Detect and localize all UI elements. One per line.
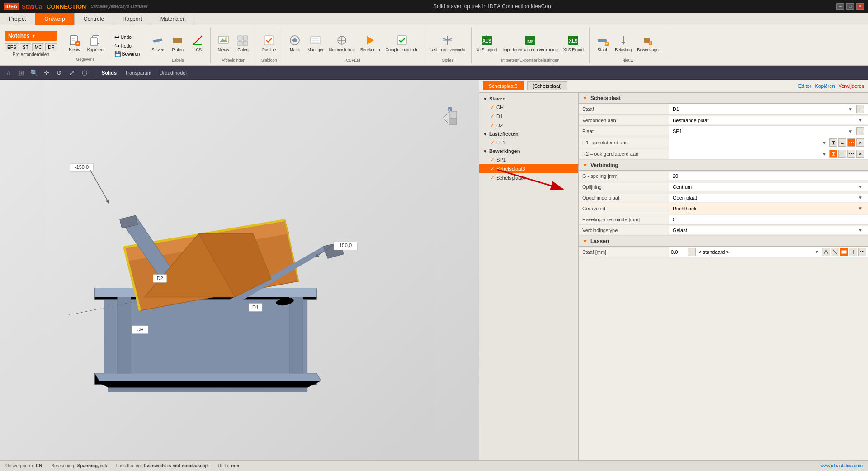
bewaren-button[interactable]: 💾 Bewaren	[113, 50, 141, 57]
shortcut-dr[interactable]: DR	[45, 43, 57, 51]
maak-button[interactable]: Maak	[286, 32, 304, 53]
r2-icon-2[interactable]: ≡	[838, 150, 846, 158]
raveling-vrije-ruimte-value[interactable]	[669, 215, 868, 224]
verbonden-dropdown-icon[interactable]: ▼	[856, 118, 864, 123]
plaat-icon-1[interactable]: ⋯	[856, 127, 864, 135]
view-transparant[interactable]: Transparant	[122, 70, 154, 76]
menu-tab-ontwerp[interactable]: Ontwerp	[35, 13, 74, 25]
raveling-vrije-ruimte-input[interactable]	[673, 217, 691, 222]
weld-icon-2[interactable]	[831, 248, 839, 256]
importeren-verbinding-button[interactable]: IMP Importeren van een verbinding	[501, 32, 560, 53]
r2-icon-1[interactable]: ⊞	[829, 150, 837, 158]
verbindingstype-value[interactable]: Gelast ▼	[669, 226, 868, 234]
tree-section-bewerkingen[interactable]: ▼ Bewerkingen	[479, 147, 578, 155]
berekenen-button[interactable]: Berekenen	[359, 32, 382, 53]
menu-tab-controle[interactable]: Controle	[75, 13, 113, 25]
staaf-dropdown-icon[interactable]: ▼	[846, 107, 854, 112]
afb-nieuw-button[interactable]: Nieuw	[214, 32, 232, 53]
geraveeld-value[interactable]: Rechthoek ▼	[669, 205, 868, 213]
panel-tab-schetsplaat3[interactable]: Schetsplaat3	[483, 81, 524, 90]
fit-button[interactable]: ⤢	[67, 68, 77, 78]
r2-value[interactable]: ▼ ⊞ ≡ ⋯ ×	[669, 148, 868, 159]
r1-value[interactable]: ▼ ⊞ ≡ ⋯ ×	[669, 137, 868, 148]
oplijning-dropdown-icon[interactable]: ▼	[856, 184, 864, 189]
move-button[interactable]: ✛	[42, 68, 52, 78]
weld-icon-1[interactable]	[822, 248, 830, 256]
galerij-button[interactable]: Galerij	[234, 32, 252, 53]
pas-toe-button[interactable]: Pas toe	[260, 32, 278, 53]
staaf-mm-dropdown-icon[interactable]: ▼	[813, 249, 821, 254]
tree-item-schetsplaat3[interactable]: ✓ Schetsplaat3	[479, 164, 578, 173]
verbonden-aan-value[interactable]: Bestaande plaat ▼	[669, 116, 868, 124]
lcs-button[interactable]: LCS	[189, 32, 207, 53]
oplijning-value[interactable]: Centrum ▼	[669, 183, 868, 191]
staaf-value[interactable]: D1 ▼ ⋯	[669, 104, 868, 114]
weld-icon-3[interactable]	[840, 248, 848, 256]
shortcut-mc[interactable]: MC	[32, 43, 45, 51]
norminstelling-button[interactable]: Norminstelling	[327, 32, 357, 53]
bewerkingen-button[interactable]: + Bewerkingen	[635, 32, 662, 53]
complete-controle-button[interactable]: Complete controle	[383, 32, 420, 53]
plaat-dropdown-icon[interactable]: ▼	[846, 129, 854, 134]
geraveeld-dropdown-icon[interactable]: ▼	[856, 206, 864, 211]
g-speling-input[interactable]	[673, 173, 691, 179]
viewport[interactable]: -150,0 150,0 CH D1	[0, 80, 479, 460]
weld-icon-4[interactable]	[849, 248, 857, 256]
redo-button[interactable]: ↪ Redo	[113, 42, 141, 50]
xls-export-button[interactable]: XLS XLS Export	[561, 32, 586, 53]
tree-item-ch[interactable]: ✓ CH	[479, 103, 578, 112]
opgelijinde-plaat-dropdown-icon[interactable]: ▼	[856, 195, 864, 200]
weld-icon-5[interactable]: ⋯	[858, 248, 866, 256]
kopieren-action[interactable]: Kopiëren	[815, 83, 835, 89]
website-link[interactable]: www.ideastatica.com	[821, 463, 863, 468]
r1-icon-2[interactable]: ≡	[838, 138, 846, 147]
verwijderen-action[interactable]: Verwijderen	[839, 83, 864, 89]
view-solids[interactable]: Solids	[99, 70, 119, 76]
lasten-evenwicht-button[interactable]: Lasten in evenwicht	[428, 32, 467, 53]
nieuw-staaf-button[interactable]: + Staaf	[593, 32, 611, 53]
staaf-mm-input[interactable]	[671, 249, 687, 255]
polygon-button[interactable]: ⬠	[80, 68, 90, 78]
r1-icon-4[interactable]: ×	[856, 138, 864, 147]
r1-icon-3[interactable]: ⋯	[847, 138, 855, 147]
refresh-button[interactable]: ↺	[54, 68, 64, 78]
platen-button[interactable]: Platen	[169, 32, 187, 53]
r1-dropdown-icon[interactable]: ▼	[820, 140, 828, 145]
verbindingstype-dropdown-icon[interactable]: ▼	[856, 228, 864, 233]
g-speling-value[interactable]	[669, 172, 868, 180]
add-button[interactable]: ⊞	[16, 68, 26, 78]
nieuw-button[interactable]: + Nieuw	[66, 32, 84, 53]
shortcut-eps[interactable]: EPS	[5, 43, 19, 51]
home-button[interactable]: ⌂	[4, 68, 14, 78]
tree-item-schetsplaat4[interactable]: ✓ Schetsplaat4	[479, 173, 578, 182]
editor-action[interactable]: Editor	[798, 83, 811, 89]
close-button[interactable]: ✕	[856, 3, 864, 10]
r2-dropdown-icon[interactable]: ▼	[820, 152, 828, 157]
kopieren-button[interactable]: Kopiëren	[85, 32, 105, 53]
tree-item-d2[interactable]: ✓ D2	[479, 121, 578, 130]
tree-item-d1[interactable]: ✓ D1	[479, 112, 578, 121]
tree-item-sp1[interactable]: ✓ SP1	[479, 155, 578, 164]
menu-tab-materialen[interactable]: Materialen	[151, 13, 195, 25]
tree-item-le1[interactable]: ✓ LE1	[479, 138, 578, 147]
r1-icon-1[interactable]: ⊞	[829, 138, 837, 147]
lassen-section-header[interactable]: ▼ Lassen	[579, 236, 868, 247]
view-draadmodel[interactable]: Draadmodel	[157, 70, 189, 76]
plaat-value[interactable]: SP1 ▼ ⋯	[669, 126, 868, 137]
undo-button[interactable]: ↩ Undo	[113, 33, 141, 41]
notches-button[interactable]: Notches ▼	[5, 31, 57, 41]
shortcut-st[interactable]: ST	[20, 43, 31, 51]
tree-section-staven[interactable]: ▼ Staven	[479, 95, 578, 103]
minimize-button[interactable]: ─	[836, 3, 844, 10]
tree-section-lasteffecten[interactable]: ▼ Lasteffecten	[479, 130, 578, 138]
belasting-button[interactable]: Belasting	[613, 32, 633, 53]
staaf-icon-1[interactable]: ⋯	[856, 105, 864, 113]
manager-button[interactable]: Manager	[306, 32, 326, 53]
verbinding-section-header[interactable]: ▼ Verbinding	[579, 160, 868, 171]
weld-minus-btn[interactable]: −	[688, 248, 696, 256]
maximize-button[interactable]: □	[846, 3, 854, 10]
r2-icon-3[interactable]: ⋯	[847, 150, 855, 158]
search-button[interactable]: 🔍	[29, 68, 39, 78]
menu-tab-rapport[interactable]: Rapport	[113, 13, 151, 25]
menu-tab-project[interactable]: Project	[0, 13, 35, 25]
